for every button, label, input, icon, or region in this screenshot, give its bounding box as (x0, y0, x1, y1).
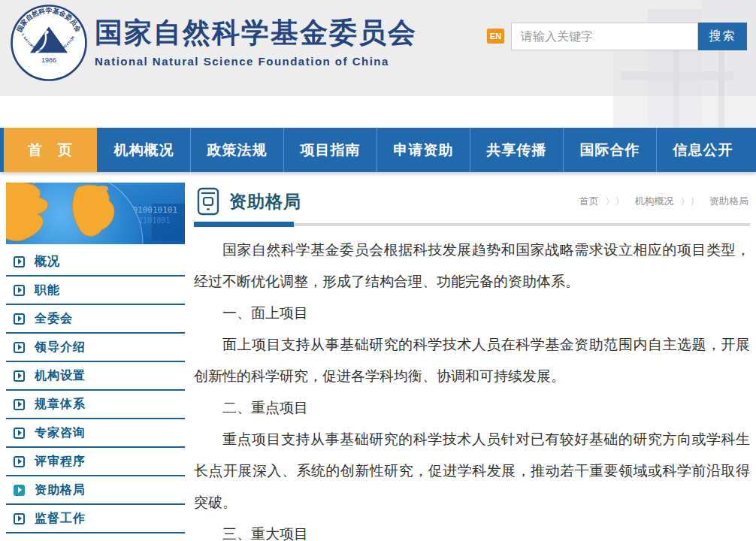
sidebar-menu-item[interactable]: 专家咨询 (6, 419, 185, 448)
nav-item-label: 机构概况 (114, 141, 174, 160)
sidebar-menu-item[interactable]: 评审程序 (6, 448, 185, 476)
nav-item[interactable]: 信息公开 (656, 128, 749, 172)
brand-block: 国家自然科学基金委员会 National Natural Science Fou… (95, 5, 417, 68)
site-title-en: National Natural Science Foundation of C… (95, 55, 417, 68)
arrow-right-icon (14, 428, 25, 439)
arrow-right-icon (14, 256, 25, 267)
nav-item[interactable]: 项目指南 (283, 128, 376, 172)
sidebar-item-label: 评审程序 (35, 454, 86, 470)
arrow-right-icon (14, 342, 25, 353)
sidebar-item-label: 领导介绍 (35, 340, 86, 355)
arrow-right-icon (14, 313, 25, 325)
article-paragraph: 一、面上项目 (194, 298, 750, 329)
nsfc-seal-logo: 国家自然科学基金委员会 1986 NATIONAL NATURAL SCIENC… (11, 5, 87, 81)
sidebar-menu-item[interactable]: 职能 (6, 277, 185, 305)
article-paragraph: 面上项目支持从事基础研究的科学技术人员在科学基金资助范围内自主选题，开展创新性的… (194, 329, 750, 392)
nav-item[interactable]: 政策法规 (190, 128, 283, 172)
title-underline-track (294, 223, 750, 226)
sidebar-menu-item[interactable]: 规章体系 (6, 391, 185, 419)
page-title: 资助格局 (229, 190, 301, 213)
sidebar-item-label: 职能 (35, 283, 60, 298)
main-content: 资助格局 首页 〉〉 机构概况 〉〉 资助格局 (194, 183, 750, 541)
arrow-right-icon (14, 456, 25, 467)
nav-item[interactable]: 首 页 (4, 128, 97, 172)
search-input[interactable] (511, 23, 698, 50)
breadcrumb-item: 〉〉 机构概况 (599, 195, 674, 208)
sidebar-item-label: 规章体系 (35, 397, 86, 413)
title-underline-accent (194, 222, 294, 227)
nav-item-label: 国际合作 (580, 141, 640, 160)
title-underline (194, 222, 750, 227)
nav-item-label: 首 页 (28, 141, 73, 160)
arrow-right-icon (14, 285, 25, 296)
breadcrumb-link[interactable]: 首页 (579, 195, 599, 207)
book-icon (197, 186, 219, 216)
article-paragraph: 重点项目支持从事基础研究的科学技术人员针对已有较好基础的研究方向或学科生长点开展… (194, 424, 750, 518)
sidebar-menu-item[interactable]: 资助格局 (6, 476, 185, 505)
page: 国家自然科学基金委员会 1986 NATIONAL NATURAL SCIENC… (0, 0, 756, 541)
breadcrumb-separator: 〉〉 (606, 196, 625, 207)
main-nav: 首 页 机构概况 政策法规 项目指南 申请资助 共享传播 国际合作 (0, 128, 756, 172)
article-paragraph: 三、重大项目 (194, 518, 750, 541)
search-button[interactable]: 搜索 (698, 23, 747, 50)
sidebar: 1001010010101 00101101001 概况 职能 (6, 183, 185, 533)
arrow-right-icon (14, 399, 25, 410)
sidebar-menu-item[interactable]: 监督工作 (6, 505, 185, 533)
article-paragraph: 二、重点项目 (194, 392, 750, 424)
nav-item-label: 申请资助 (394, 141, 454, 160)
breadcrumb-item: 〉〉 资助格局 (673, 195, 748, 208)
content-header: 资助格局 首页 〉〉 机构概况 〉〉 资助格局 (194, 183, 750, 217)
site-header: 国家自然科学基金委员会 1986 NATIONAL NATURAL SCIENC… (0, 0, 756, 96)
sidebar-menu-item[interactable]: 领导介绍 (6, 334, 185, 362)
english-language-button[interactable]: EN (487, 29, 504, 44)
building-background-image (500, 0, 756, 128)
svg-text:1986: 1986 (41, 56, 56, 64)
nav-item-label: 信息公开 (673, 141, 733, 160)
home-logo-link[interactable]: 国家自然科学基金委员会 1986 NATIONAL NATURAL SCIENC… (11, 5, 461, 87)
breadcrumb-link[interactable]: 资助格局 (709, 195, 748, 207)
nav-item[interactable]: 国际合作 (563, 128, 656, 172)
nav-item[interactable]: 申请资助 (376, 128, 470, 172)
sidebar-item-label: 资助格局 (35, 482, 86, 498)
breadcrumb-separator: 〉〉 (680, 196, 700, 207)
breadcrumb-link[interactable]: 机构概况 (634, 195, 673, 207)
breadcrumb-item: 首页 (566, 195, 599, 208)
sidebar-item-label: 全委会 (35, 311, 73, 327)
article-paragraph: 国家自然科学基金委员会根据科技发展趋势和国家战略需求设立相应的项目类型，经过不断… (194, 234, 750, 298)
arrow-right-icon (14, 370, 25, 382)
article-body: 国家自然科学基金委员会根据科技发展趋势和国家战略需求设立相应的项目类型，经过不断… (194, 234, 750, 541)
sidebar-menu-item[interactable]: 全委会 (6, 305, 185, 334)
nav-item[interactable]: 机构概况 (97, 128, 190, 172)
breadcrumb: 首页 〉〉 机构概况 〉〉 资助格局 (566, 195, 750, 208)
sidebar-item-label: 机构设置 (35, 368, 86, 384)
nav-item-label: 政策法规 (207, 141, 268, 160)
site-title-cn: 国家自然科学基金委员会 (95, 17, 417, 50)
sidebar-menu-item[interactable]: 概况 (6, 248, 185, 277)
sidebar-item-label: 监督工作 (35, 511, 86, 527)
sidebar-item-label: 概况 (35, 254, 60, 270)
arrow-right-icon (14, 485, 25, 496)
sidebar-item-label: 专家咨询 (35, 425, 86, 441)
sidebar-menu: 概况 职能 全委会 领导介绍 机 (6, 248, 185, 533)
arrow-right-icon (14, 513, 25, 524)
sidebar-menu-item[interactable]: 机构设置 (6, 362, 185, 391)
globe-banner-image: 1001010010101 00101101001 (6, 183, 185, 244)
nav-item[interactable]: 共享传播 (470, 128, 563, 172)
nav-item-label: 项目指南 (301, 141, 361, 160)
nav-item-label: 共享传播 (487, 141, 547, 160)
